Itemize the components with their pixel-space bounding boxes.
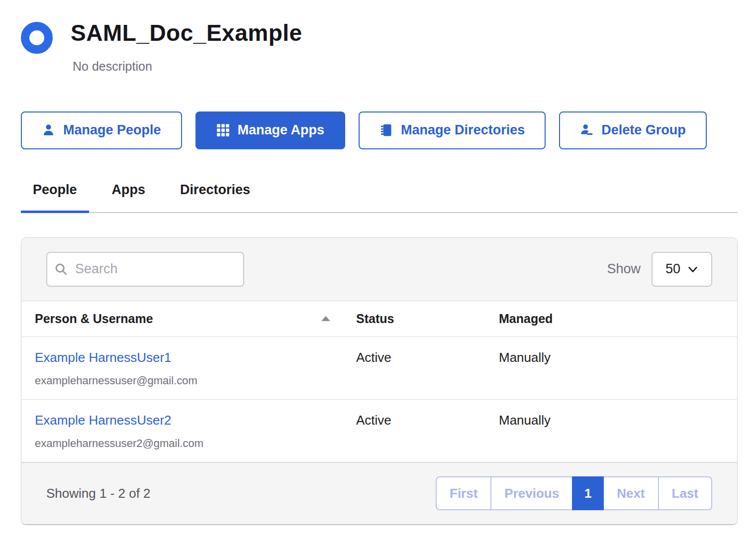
column-person-username[interactable]: Person & Username [35,312,356,326]
table-row: Example HarnessUser2 exampleharnessuser2… [21,400,737,462]
person-icon [42,123,55,137]
tab-people[interactable]: People [21,174,89,213]
table-footer: Showing 1 - 2 of 2 First Previous 1 Next… [21,462,737,524]
search-icon [54,262,68,276]
table-toolbar: Show 50 [21,238,737,301]
show-label: Show [607,261,641,277]
table-row: Example HarnessUser1 exampleharnessuser@… [21,337,737,400]
tab-bar: People Apps Directories [21,174,738,213]
column-person-username-label: Person & Username [35,312,153,326]
page-title: SAML_Doc_Example [71,20,302,46]
column-managed: Managed [499,312,724,326]
column-status: Status [356,312,499,326]
directory-icon [379,123,393,137]
manage-directories-label: Manage Directories [401,122,525,138]
pagination-next-button[interactable]: Next [603,476,659,510]
group-detail-page: SAML_Doc_Example No description Manage P… [0,0,756,525]
manage-apps-button[interactable]: Manage Apps [195,112,346,149]
pagination: First Previous 1 Next Last [436,476,712,510]
search-box [46,252,244,287]
action-button-row: Manage People Manage Apps Manage Directo… [21,112,738,149]
search-input[interactable] [46,252,244,287]
person-email: exampleharnessuser2@gmail.com [35,437,356,450]
grid-icon [216,123,230,137]
page-header: SAML_Doc_Example No description [21,20,738,74]
page-size-value: 50 [665,261,680,277]
person-link[interactable]: Example HarnessUser1 [35,350,172,365]
person-email: exampleharnessuser@gmail.com [35,374,356,387]
person-cell: Example HarnessUser1 exampleharnessuser@… [35,350,356,387]
page-size-control: Show 50 [607,252,712,287]
manage-apps-label: Manage Apps [238,122,325,138]
pagination-previous-button[interactable]: Previous [490,476,573,510]
managed-cell: Manually [499,350,724,387]
header-text: SAML_Doc_Example No description [71,20,302,74]
manage-people-button[interactable]: Manage People [21,112,182,149]
delete-group-button[interactable]: Delete Group [559,112,707,149]
pagination-page-1-button[interactable]: 1 [572,476,604,510]
person-cell: Example HarnessUser2 exampleharnessuser2… [35,413,356,450]
manage-directories-button[interactable]: Manage Directories [359,112,546,149]
delete-group-label: Delete Group [601,122,686,138]
pagination-first-button[interactable]: First [436,476,491,510]
people-table-panel: Show 50 Person & Username Status Managed [21,237,738,525]
person-link[interactable]: Example HarnessUser2 [35,413,172,428]
page-size-dropdown[interactable]: 50 [652,252,712,287]
status-cell: Active [356,350,499,387]
managed-cell: Manually [499,413,724,450]
group-logo-icon [21,22,53,54]
results-summary: Showing 1 - 2 of 2 [46,486,151,501]
group-description: No description [73,59,302,74]
pagination-last-button[interactable]: Last [658,476,712,510]
status-cell: Active [356,413,499,450]
manage-people-label: Manage People [63,122,161,138]
table-header-row: Person & Username Status Managed [21,301,737,337]
tab-apps[interactable]: Apps [100,174,158,213]
chevron-down-icon [687,264,698,275]
remove-user-icon [580,123,593,137]
sort-ascending-icon [321,316,330,321]
tab-directories[interactable]: Directories [168,174,262,213]
